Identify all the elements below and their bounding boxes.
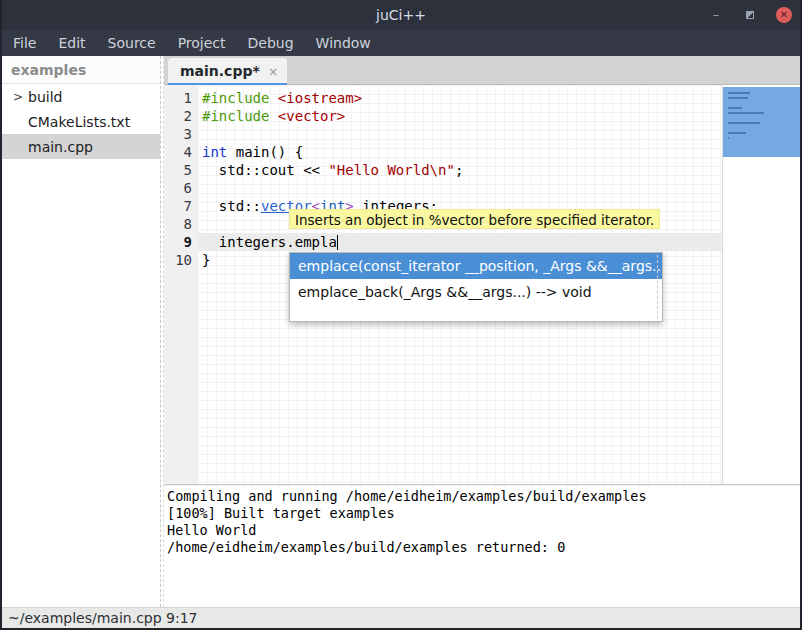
sidebar-item-build[interactable]: >build xyxy=(2,84,160,109)
code-line: integers.empla xyxy=(198,233,722,251)
app-window: juCi++ – ✕ FileEditSourceProjectDebugWin… xyxy=(0,0,802,630)
minimap[interactable] xyxy=(722,85,802,484)
minimap-code-line xyxy=(728,97,748,99)
close-icon[interactable]: ✕ xyxy=(776,7,792,23)
autocomplete-item[interactable]: emplace(const_iterator __position, _Args… xyxy=(290,253,662,279)
tree-item-label: main.cpp xyxy=(28,139,93,155)
text-cursor xyxy=(337,235,339,250)
tab-bar: main.cpp*× xyxy=(164,56,802,85)
code-line: #include <iostream> xyxy=(198,89,722,107)
code-line xyxy=(198,179,722,197)
minimap-code-line xyxy=(728,107,742,109)
line-number: 8 xyxy=(164,215,198,233)
code-token: "Hello World\n" xyxy=(328,162,454,178)
line-number: 9 xyxy=(164,233,198,251)
code-token: <vector> xyxy=(278,108,345,124)
line-number: 7 xyxy=(164,197,198,215)
line-number: 10 xyxy=(164,251,198,269)
file-tree-panel: examples >buildCMakeLists.txtmain.cpp xyxy=(2,56,160,607)
line-number-gutter: 12345678910 xyxy=(164,85,198,484)
code-token: std:: xyxy=(202,198,261,214)
code-token: <iostream> xyxy=(278,90,362,106)
output-line: [100%] Built target examples xyxy=(167,505,802,522)
menu-item-debug[interactable]: Debug xyxy=(237,32,305,54)
code-line xyxy=(198,125,722,143)
tree-item-label: CMakeLists.txt xyxy=(28,114,130,130)
line-number: 2 xyxy=(164,107,198,125)
code-token: main() { xyxy=(227,144,303,160)
build-output-panel[interactable]: Compiling and running /home/eidheim/exam… xyxy=(164,486,802,607)
sidebar-item-cmakelists-txt[interactable]: CMakeLists.txt xyxy=(2,109,160,134)
autocomplete-item[interactable]: emplace_back(_Args &&__args...) --> void xyxy=(290,279,662,305)
documentation-tooltip: Inserts an object in %vector before spec… xyxy=(289,209,660,229)
menu-bar: FileEditSourceProjectDebugWindow xyxy=(0,30,802,56)
code-line: #include <vector> xyxy=(198,107,722,125)
code-token: ; xyxy=(455,162,463,178)
tab-close-icon[interactable]: × xyxy=(268,64,279,79)
minimap-code-line xyxy=(728,132,746,134)
code-editor: 12345678910 #include <iostream>#include … xyxy=(164,85,802,484)
line-number: 6 xyxy=(164,179,198,197)
code-line: int main() { xyxy=(198,143,722,161)
code-token: } xyxy=(202,252,210,268)
minimize-icon[interactable]: – xyxy=(708,7,724,23)
status-bar: ~/examples/main.cpp 9:17 xyxy=(2,607,800,628)
menu-item-source[interactable]: Source xyxy=(97,32,167,54)
sidebar-item-main-cpp[interactable]: main.cpp xyxy=(2,134,160,159)
line-number: 3 xyxy=(164,125,198,143)
window-controls: – ✕ xyxy=(708,0,792,30)
chevron-right-icon: > xyxy=(10,90,26,104)
autocomplete-popup: emplace(const_iterator __position, _Args… xyxy=(289,252,663,322)
code-token: integers.empla xyxy=(202,234,337,250)
tree-item-label: build xyxy=(28,89,62,105)
code-token: std::cout << xyxy=(202,162,328,178)
line-number: 4 xyxy=(164,143,198,161)
code-token: #include xyxy=(202,108,278,124)
output-line: Compiling and running /home/eidheim/exam… xyxy=(167,488,802,505)
menu-item-file[interactable]: File xyxy=(2,32,47,54)
minimap-code-line xyxy=(728,137,729,139)
restore-icon[interactable] xyxy=(742,7,758,23)
tab-main-cpp-[interactable]: main.cpp*× xyxy=(168,58,287,84)
line-number: 5 xyxy=(164,161,198,179)
line-number: 1 xyxy=(164,89,198,107)
file-tree: >buildCMakeLists.txtmain.cpp xyxy=(2,84,160,159)
autocomplete-scrollbar[interactable] xyxy=(657,255,658,319)
minimap-code-line xyxy=(728,122,760,124)
minimap-code-line xyxy=(728,92,750,94)
minimap-code-line xyxy=(728,112,764,114)
project-name-header: examples xyxy=(2,56,160,84)
code-token: #include xyxy=(202,90,278,106)
menu-item-project[interactable]: Project xyxy=(167,32,237,54)
tab-label: main.cpp* xyxy=(180,63,260,79)
title-bar: juCi++ – ✕ xyxy=(0,0,802,30)
output-line: Hello World xyxy=(167,522,802,539)
menu-item-window[interactable]: Window xyxy=(305,32,382,54)
output-line: /home/eidheim/examples/build/examples re… xyxy=(167,539,802,556)
window-title: juCi++ xyxy=(376,7,426,23)
minimap-viewport[interactable] xyxy=(723,87,802,157)
code-token: int xyxy=(202,144,227,160)
menu-item-edit[interactable]: Edit xyxy=(47,32,96,54)
status-file-position: ~/examples/main.cpp 9:17 xyxy=(8,610,198,626)
code-line: std::cout << "Hello World\n"; xyxy=(198,161,722,179)
autocomplete-list: emplace(const_iterator __position, _Args… xyxy=(290,253,662,305)
